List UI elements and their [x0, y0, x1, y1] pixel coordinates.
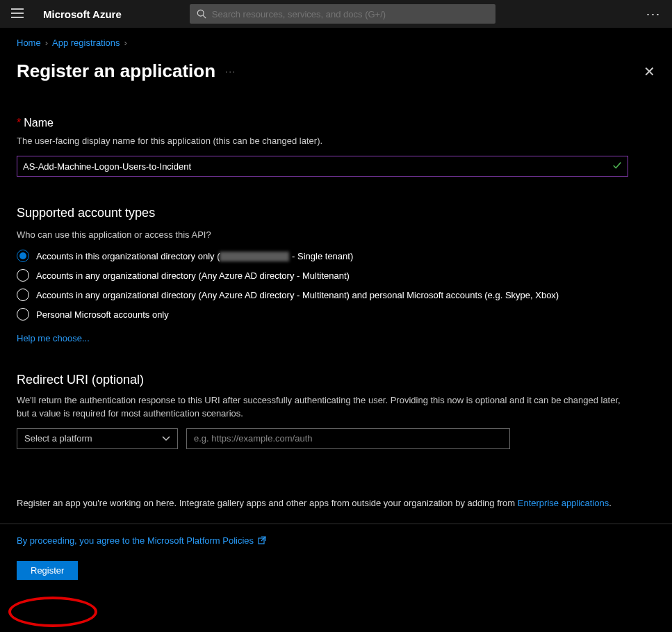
- breadcrumb-home[interactable]: Home: [17, 38, 41, 48]
- radio-icon: [17, 308, 29, 321]
- checkmark-icon: [612, 161, 622, 172]
- overflow-menu-icon[interactable]: ···: [646, 7, 661, 22]
- close-icon[interactable]: ✕: [644, 63, 655, 80]
- account-types-heading: Supported account types: [17, 206, 655, 220]
- chevron-right-icon: ›: [45, 38, 48, 48]
- name-helper-text: The user-facing display name for this ap…: [17, 135, 655, 147]
- radio-label: Accounts in any organizational directory…: [36, 290, 559, 300]
- redirect-uri-heading: Redirect URI (optional): [17, 373, 655, 387]
- search-icon: [197, 9, 206, 19]
- platform-select-value: Select a platform: [24, 433, 92, 444]
- radio-icon: [17, 250, 29, 262]
- svg-line-4: [203, 15, 206, 18]
- radio-multi-tenant[interactable]: Accounts in any organizational directory…: [17, 269, 655, 282]
- chevron-right-icon: ›: [124, 38, 127, 48]
- redirect-uri-helper: We'll return the authentication response…: [17, 394, 628, 419]
- redirect-uri-input[interactable]: [186, 428, 510, 449]
- page-more-icon[interactable]: ···: [225, 67, 236, 76]
- enterprise-applications-link[interactable]: Enterprise applications: [518, 498, 609, 508]
- external-link-icon: [258, 536, 266, 544]
- name-section-label: *Name: [17, 117, 655, 129]
- search-input[interactable]: [212, 9, 489, 19]
- chevron-down-icon: [162, 433, 170, 444]
- gallery-note: Register an app you're working on here. …: [17, 498, 655, 508]
- redacted-tenant-name: [220, 252, 289, 261]
- account-types-radio-group: Accounts in this organizational director…: [17, 250, 655, 321]
- radio-icon: [17, 289, 29, 301]
- radio-label: Accounts in any organizational directory…: [36, 270, 350, 281]
- breadcrumb: Home › App registrations ›: [17, 38, 655, 48]
- radio-single-tenant[interactable]: Accounts in this organizational director…: [17, 250, 655, 262]
- radio-icon: [17, 269, 29, 282]
- required-star-icon: *: [17, 117, 21, 129]
- breadcrumb-app-registrations[interactable]: App registrations: [52, 38, 120, 48]
- register-button[interactable]: Register: [17, 561, 78, 580]
- radio-label: Personal Microsoft accounts only: [36, 309, 169, 320]
- global-search[interactable]: [190, 4, 495, 24]
- radio-label: Accounts in this organizational director…: [36, 251, 353, 262]
- radio-personal-only[interactable]: Personal Microsoft accounts only: [17, 308, 655, 321]
- brand-label: Microsoft Azure: [43, 8, 122, 20]
- app-name-input[interactable]: [23, 161, 622, 172]
- account-types-question: Who can use this application or access t…: [17, 229, 655, 241]
- help-me-choose-link[interactable]: Help me choose...: [17, 333, 90, 343]
- top-bar: Microsoft Azure ···: [0, 0, 672, 28]
- svg-line-6: [261, 537, 265, 541]
- app-name-field-wrap: [17, 156, 628, 177]
- platform-select[interactable]: Select a platform: [17, 428, 178, 449]
- radio-multi-tenant-personal[interactable]: Accounts in any organizational directory…: [17, 289, 655, 301]
- platform-policies-link[interactable]: By proceeding, you agree to the Microsof…: [17, 535, 254, 546]
- svg-point-3: [197, 10, 204, 16]
- annotation-highlight-circle: [8, 597, 97, 627]
- page-title: Register an application: [17, 60, 215, 82]
- hamburger-menu-icon[interactable]: [11, 8, 24, 20]
